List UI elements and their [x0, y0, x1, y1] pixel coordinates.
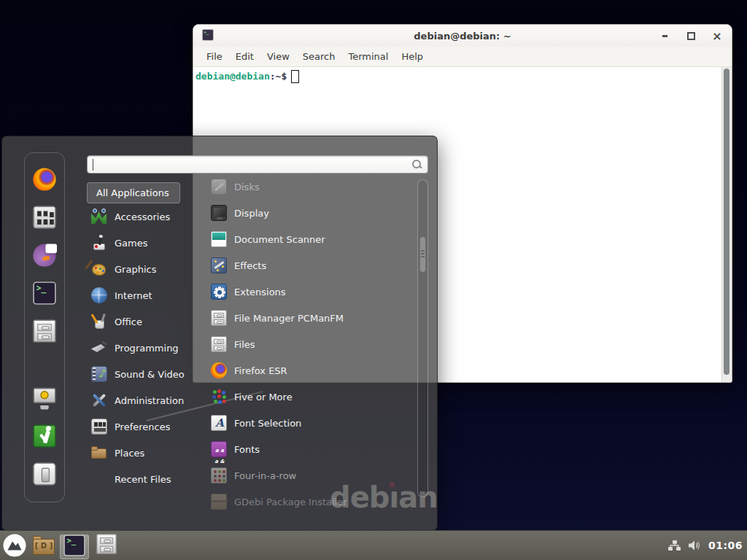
screen: debıan debian@debian: ~ FileEditViewSear…	[0, 0, 747, 560]
terminal-menu-file[interactable]: File	[200, 49, 229, 64]
terminal-scrollbar[interactable]	[721, 67, 732, 382]
app-item-label: Firefox ESR	[234, 365, 287, 376]
clock[interactable]: 01:06	[708, 540, 743, 551]
app-item-display[interactable]: Display	[206, 200, 417, 226]
category-item-accessories[interactable]: Accessories	[87, 203, 205, 230]
terminal-menu-terminal[interactable]: Terminal	[341, 49, 395, 64]
app-item-disks[interactable]: Disks	[206, 174, 417, 200]
terminal-menubar: FileEditViewSearchTerminalHelp	[193, 47, 732, 67]
app-item-files[interactable]: Files	[206, 331, 417, 357]
cabinet-icon	[211, 310, 227, 326]
category-item-label: Recent Files	[115, 474, 171, 485]
volume-icon[interactable]	[689, 540, 701, 551]
taskbar: D 01:06	[0, 530, 747, 560]
category-item-label: Sound & Video	[115, 369, 185, 380]
graphics-icon	[91, 261, 107, 277]
favorites-strip	[24, 152, 65, 502]
terminal-titlebar[interactable]: debian@debian: ~	[193, 25, 732, 47]
category-item-sound-video[interactable]: Sound & Video	[87, 361, 205, 387]
terminal-menu-help[interactable]: Help	[395, 49, 430, 64]
application-menu: All Applications AccessoriesGamesGraphic…	[1, 136, 438, 531]
menu-button[interactable]	[0, 531, 29, 560]
maximize-icon	[687, 32, 695, 40]
category-item-label: Administration	[115, 395, 184, 406]
terminal-button[interactable]	[31, 281, 58, 305]
app-item-extensions[interactable]: Extensions	[206, 279, 417, 305]
search-box[interactable]	[87, 155, 428, 174]
all-applications-label: All Applications	[96, 187, 169, 198]
network-icon[interactable]	[668, 540, 681, 551]
maximize-button[interactable]	[682, 28, 700, 43]
pidgin-icon	[33, 244, 55, 266]
distro-logo-icon	[2, 533, 27, 558]
app-item-label: Extensions	[234, 287, 286, 298]
search-input[interactable]	[88, 156, 427, 173]
app-item-four-in-a-row[interactable]: Four-in-a-row	[206, 462, 417, 489]
app-item-label: File Manager PCManFM	[234, 313, 344, 324]
shutdown-icon	[33, 462, 55, 485]
taskbar-launchers: D	[0, 531, 123, 560]
menu-scrollbar-thumb[interactable]	[419, 236, 426, 273]
session-buttons	[31, 386, 58, 486]
menu-scrollbar[interactable]	[417, 179, 428, 497]
taskbar-terminal-button-active[interactable]	[60, 534, 89, 559]
desktop-folder-launcher[interactable]: D	[29, 531, 58, 560]
lock-screen-icon	[33, 386, 55, 409]
file-manager-button[interactable]	[31, 319, 58, 343]
app-item-effects[interactable]: Effects	[206, 252, 417, 279]
shut-down-button[interactable]	[31, 462, 58, 486]
firefox-button[interactable]	[31, 168, 58, 191]
disks-icon	[211, 179, 227, 195]
minimize-button[interactable]	[656, 28, 673, 43]
category-item-office[interactable]: Office	[87, 308, 205, 335]
font-selection-icon	[211, 415, 227, 431]
terminal-mini-icon	[63, 534, 85, 556]
programming-icon	[91, 340, 107, 356]
app-item-label: Fonts	[234, 444, 260, 455]
taskbar-file-manager-launcher[interactable]	[90, 531, 123, 560]
app-item-label: Document Scanner	[234, 234, 325, 245]
keyboard-button[interactable]	[31, 206, 58, 229]
category-item-internet[interactable]: Internet	[87, 282, 205, 308]
terminal-menu-search[interactable]: Search	[296, 49, 342, 64]
category-item-label: Graphics	[115, 264, 156, 275]
system-tray: 01:06	[668, 531, 743, 560]
terminal-scrollbar-thumb[interactable]	[724, 69, 729, 375]
search-caret	[93, 159, 93, 171]
app-item-file-manager-pcmanfm[interactable]: File Manager PCManFM	[206, 305, 417, 331]
preferences-icon	[91, 419, 107, 435]
category-item-preferences[interactable]: Preferences	[87, 413, 205, 440]
category-item-label: Programming	[115, 343, 179, 354]
category-item-recent-files[interactable]: Recent Files	[87, 466, 205, 492]
app-item-fonts[interactable]: Fonts	[206, 436, 417, 462]
terminal-menu-view[interactable]: View	[260, 49, 296, 64]
cabinet-icon	[96, 534, 117, 554]
firefox-icon	[211, 362, 227, 378]
app-item-font-selection[interactable]: Font Selection	[206, 410, 417, 436]
category-item-graphics[interactable]: Graphics	[87, 256, 205, 282]
app-item-firefox-esr[interactable]: Firefox ESR	[206, 357, 417, 384]
accessories-icon	[91, 209, 107, 225]
close-button[interactable]	[708, 28, 726, 43]
category-item-administration[interactable]: Administration	[87, 387, 205, 413]
logout-icon	[33, 424, 55, 447]
category-item-programming[interactable]: Programming	[87, 335, 205, 361]
app-item-label: GDebi Package Installer	[234, 497, 347, 508]
office-icon	[91, 314, 107, 330]
window-buttons	[656, 25, 726, 47]
log-out-button[interactable]	[31, 424, 58, 448]
lock-screen-button[interactable]	[31, 386, 58, 410]
app-item-label: Effects	[234, 260, 266, 271]
terminal-menu-edit[interactable]: Edit	[229, 49, 260, 64]
all-applications-button[interactable]: All Applications	[87, 182, 180, 203]
app-item-document-scanner[interactable]: Document Scanner	[206, 226, 417, 252]
category-item-games[interactable]: Games	[87, 230, 205, 256]
category-item-places[interactable]: Places	[87, 440, 205, 466]
scanner-icon	[211, 231, 227, 247]
app-item-five-or-more[interactable]: Five or More	[206, 384, 417, 410]
pidgin-button[interactable]	[31, 244, 58, 267]
category-item-label: Accessories	[115, 211, 170, 222]
cabinet-icon	[211, 336, 227, 352]
app-item-gdebi-package-installer[interactable]: GDebi Package Installer	[206, 489, 417, 515]
folder-badge: D	[33, 542, 55, 550]
